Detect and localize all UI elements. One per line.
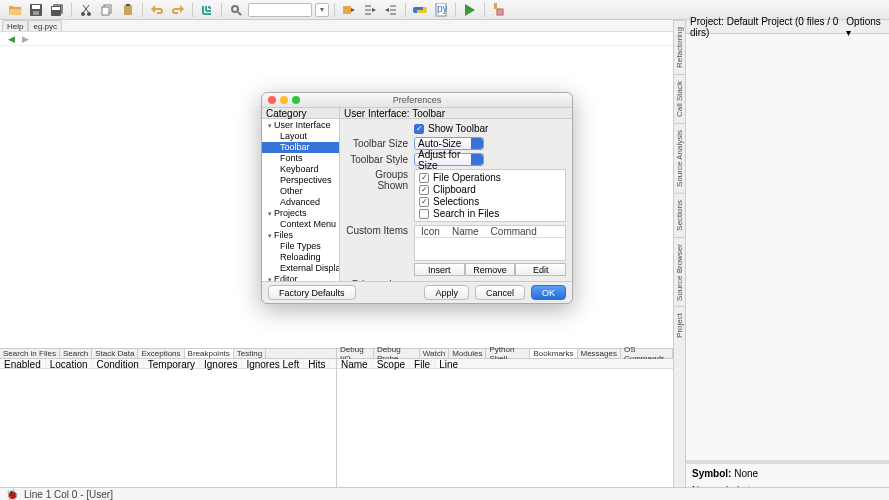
tree-item[interactable]: User Interface: [262, 120, 339, 131]
dialog-titlebar[interactable]: Preferences: [262, 93, 572, 107]
apply-button[interactable]: Apply: [424, 285, 469, 300]
tree-item[interactable]: Toolbar: [262, 142, 339, 153]
dialog-footer: Factory Defaults Apply Cancel OK: [262, 281, 572, 303]
tree-item[interactable]: Advanced: [262, 197, 339, 208]
ok-button[interactable]: OK: [531, 285, 566, 300]
edit-button[interactable]: Edit: [515, 263, 566, 276]
preferences-dialog: Preferences Category User Interface: Too…: [261, 92, 573, 304]
group-label: File Operations: [433, 172, 501, 183]
window-minimize-icon[interactable]: [280, 96, 288, 104]
dialog-overlay: Preferences Category User Interface: Too…: [0, 0, 889, 500]
tree-item[interactable]: File Types: [262, 241, 339, 252]
toolbar-style-select[interactable]: Adjust for Size: [414, 153, 484, 166]
toolbar-size-label: Toolbar Size: [346, 138, 408, 149]
custom-col-name: Name: [446, 226, 485, 237]
custom-items-list[interactable]: Icon Name Command: [414, 225, 566, 261]
tree-item[interactable]: Perspectives: [262, 175, 339, 186]
show-toolbar-checkbox[interactable]: [414, 124, 424, 134]
group-checkbox[interactable]: [419, 173, 429, 183]
remove-button[interactable]: Remove: [465, 263, 516, 276]
insert-button[interactable]: Insert: [414, 263, 465, 276]
window-close-icon[interactable]: [268, 96, 276, 104]
tree-item[interactable]: Editor: [262, 274, 339, 281]
group-label: Clipboard: [433, 184, 476, 195]
tree-item[interactable]: Projects: [262, 208, 339, 219]
tree-item[interactable]: Files: [262, 230, 339, 241]
tree-item[interactable]: Context Menu: [262, 219, 339, 230]
tree-item[interactable]: Keyboard: [262, 164, 339, 175]
pref-page: Show Toolbar Toolbar Size Auto-Size Tool…: [340, 119, 572, 281]
window-zoom-icon[interactable]: [292, 96, 300, 104]
show-toolbar-label: Show Toolbar: [428, 123, 488, 134]
group-label: Search in Files: [433, 208, 499, 219]
custom-col-command: Command: [485, 226, 543, 237]
custom-col-icon: Icon: [415, 226, 446, 237]
group-checkbox[interactable]: [419, 209, 429, 219]
tree-item[interactable]: Other: [262, 186, 339, 197]
factory-defaults-button[interactable]: Factory Defaults: [268, 285, 356, 300]
tree-item[interactable]: Fonts: [262, 153, 339, 164]
tree-item[interactable]: Layout: [262, 131, 339, 142]
group-checkbox[interactable]: [419, 185, 429, 195]
category-header: Category: [262, 108, 340, 118]
dialog-title: Preferences: [393, 95, 442, 105]
groups-list: File OperationsClipboardSelectionsSearch…: [414, 169, 566, 222]
group-label: Selections: [433, 196, 479, 207]
page-header: User Interface: Toolbar: [340, 108, 449, 118]
cancel-button[interactable]: Cancel: [475, 285, 525, 300]
tree-item[interactable]: Reloading: [262, 252, 339, 263]
group-checkbox[interactable]: [419, 197, 429, 207]
toolbar-style-label: Toolbar Style: [346, 154, 408, 165]
category-tree[interactable]: User InterfaceLayoutToolbarFontsKeyboard…: [262, 119, 340, 281]
groups-shown-label: Groups Shown: [346, 169, 408, 191]
custom-items-label: Custom Items: [346, 225, 408, 236]
tree-item[interactable]: External Display: [262, 263, 339, 274]
